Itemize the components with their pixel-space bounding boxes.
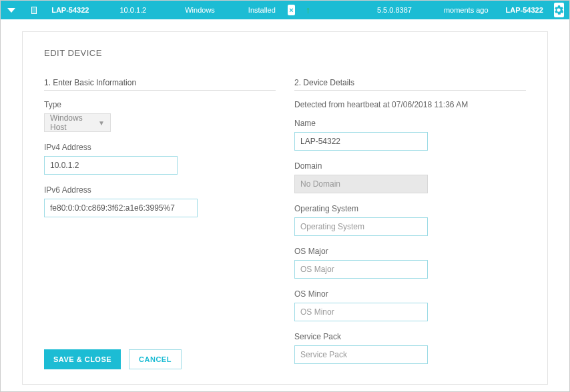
osmajor-label: OS Major <box>294 247 526 256</box>
device-ip: 10.0.1.2 <box>119 6 146 14</box>
device-row: LAP-54322 10.0.1.2 Windows Installed × ↑… <box>1 1 569 19</box>
close-icon[interactable]: × <box>288 5 295 15</box>
device-name: LAP-54322 <box>51 6 89 14</box>
gear-icon <box>554 5 563 15</box>
ipv4-input[interactable] <box>44 156 178 175</box>
chevron-down-icon: ▼ <box>98 119 105 127</box>
osminor-label: OS Minor <box>294 289 526 299</box>
type-label: Type <box>44 100 276 109</box>
domain-value: No Domain <box>300 179 340 189</box>
os-input[interactable] <box>294 217 428 236</box>
basic-info-column: 1. Enter Basic Information Type Windows … <box>44 78 276 375</box>
detected-text: Detected from heartbeat at 07/06/2018 11… <box>294 100 526 109</box>
domain-label: Domain <box>294 161 526 171</box>
hostname: LAP-54322 <box>506 6 543 14</box>
osminor-input[interactable] <box>294 303 428 321</box>
cancel-button[interactable]: CANCEL <box>129 349 182 369</box>
panel-title: EDIT DEVICE <box>44 48 526 58</box>
os-label: Operating System <box>294 204 526 213</box>
domain-field: No Domain <box>294 175 428 193</box>
section-basic-info-head: 1. Enter Basic Information <box>44 78 276 91</box>
up-arrow-icon: ↑ <box>304 5 312 15</box>
osmajor-input[interactable] <box>294 260 428 279</box>
device-status: Installed <box>248 6 276 14</box>
type-select[interactable]: Windows Host ▼ <box>44 113 111 132</box>
device-details-column: 2. Device Details Detected from heartbea… <box>294 78 526 375</box>
save-close-button[interactable]: SAVE & CLOSE <box>44 349 121 369</box>
section-device-details-head: 2. Device Details <box>294 78 526 91</box>
type-select-value: Windows Host <box>50 113 98 132</box>
ipv4-label: IPv4 Address <box>44 143 276 152</box>
sp-label: Service Pack <box>294 332 526 341</box>
ipv6-input[interactable] <box>44 199 198 217</box>
settings-button[interactable] <box>554 3 564 17</box>
row-checkbox[interactable] <box>31 7 37 14</box>
device-os: Windows <box>185 6 215 14</box>
name-input[interactable] <box>294 132 428 151</box>
agent-version: 5.5.0.8387 <box>377 6 412 14</box>
sp-input[interactable] <box>294 345 428 364</box>
name-label: Name <box>294 119 526 128</box>
edit-device-panel: EDIT DEVICE 1. Enter Basic Information T… <box>22 31 548 385</box>
ipv6-label: IPv6 Address <box>44 185 276 195</box>
expand-toggle-icon[interactable] <box>7 8 15 13</box>
action-bar: SAVE & CLOSE CANCEL <box>44 349 182 369</box>
last-seen: moments ago <box>444 6 489 14</box>
